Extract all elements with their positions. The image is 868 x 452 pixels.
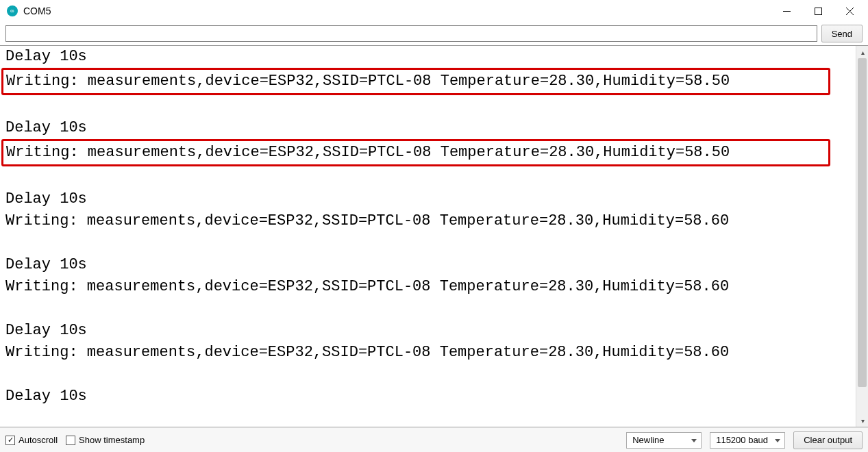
checkbox-icon xyxy=(66,436,75,445)
titlebar: ∞ COM5 xyxy=(0,0,868,22)
timestamp-label: Show timestamp xyxy=(79,435,145,445)
output-line: Delay 10s xyxy=(5,254,853,276)
status-bar: ✓ Autoscroll Show timestamp Newline 1152… xyxy=(0,427,868,452)
window-title: COM5 xyxy=(23,5,51,16)
output-line xyxy=(5,298,853,320)
output-line: Writing: measurements,device=ESP32,SSID=… xyxy=(1,68,830,95)
baud-value: 115200 baud xyxy=(716,435,768,445)
close-button[interactable] xyxy=(834,0,865,22)
maximize-button[interactable] xyxy=(802,0,834,22)
scroll-thumb[interactable] xyxy=(858,58,867,387)
output-line xyxy=(5,95,853,117)
arduino-icon: ∞ xyxy=(7,5,18,16)
line-ending-value: Newline xyxy=(632,435,664,445)
output-line: Writing: measurements,device=ESP32,SSID=… xyxy=(5,210,853,232)
output-line: Delay 10s xyxy=(5,46,853,68)
output-line: Delay 10s xyxy=(5,117,853,139)
serial-output[interactable]: Delay 10sWriting: measurements,device=ES… xyxy=(0,46,856,427)
output-area: Delay 10sWriting: measurements,device=ES… xyxy=(0,46,868,427)
vertical-scrollbar[interactable]: ▴ ▾ xyxy=(856,46,868,427)
checkbox-icon: ✓ xyxy=(5,436,15,445)
output-line: Writing: measurements,device=ESP32,SSID=… xyxy=(1,139,830,166)
send-button[interactable]: Send xyxy=(821,25,863,42)
output-line xyxy=(5,232,853,254)
command-input[interactable] xyxy=(5,25,817,42)
svg-rect-1 xyxy=(815,8,821,14)
baud-select[interactable]: 115200 baud xyxy=(710,432,785,449)
timestamp-checkbox[interactable]: Show timestamp xyxy=(66,435,145,445)
send-toolbar: Send xyxy=(0,22,868,46)
line-ending-select[interactable]: Newline xyxy=(626,432,702,449)
output-line xyxy=(5,166,853,188)
output-line: Delay 10s xyxy=(5,188,853,210)
output-line: Writing: measurements,device=ESP32,SSID=… xyxy=(5,342,853,364)
clear-output-button[interactable]: Clear output xyxy=(793,431,863,449)
output-line: Delay 10s xyxy=(5,386,853,407)
output-line xyxy=(5,364,853,386)
minimize-button[interactable] xyxy=(771,0,802,22)
autoscroll-checkbox[interactable]: ✓ Autoscroll xyxy=(5,435,58,445)
autoscroll-label: Autoscroll xyxy=(18,435,58,445)
output-line: Writing: measurements,device=ESP32,SSID=… xyxy=(5,276,853,298)
output-line: Delay 10s xyxy=(5,320,853,342)
scroll-up-arrow[interactable]: ▴ xyxy=(856,46,868,58)
scroll-down-arrow[interactable]: ▾ xyxy=(856,414,868,427)
